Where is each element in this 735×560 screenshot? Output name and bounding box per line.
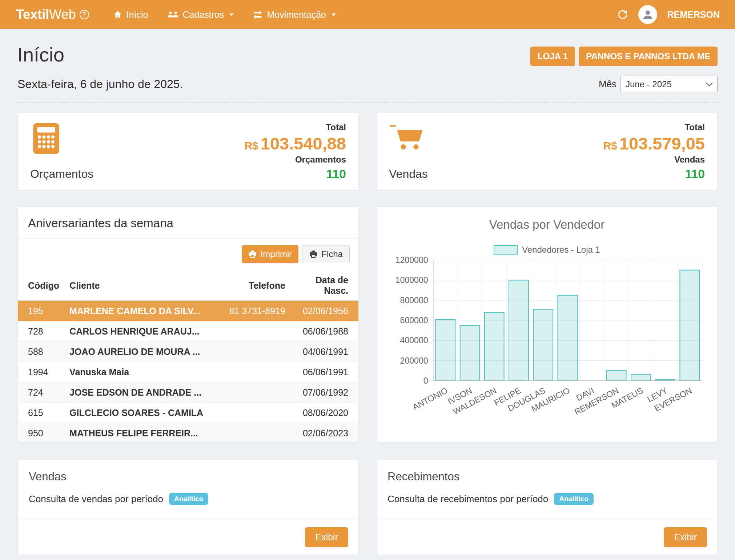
month-select[interactable]: June - 2025 [620, 76, 718, 92]
nav-inicio[interactable]: Início [113, 9, 148, 20]
cell-telefone: 81 3731-8919 [219, 301, 290, 321]
nav-cadastros-label: Cadastros [183, 9, 224, 20]
cell-telefone [219, 383, 290, 403]
cell-codigo: 195 [18, 301, 64, 321]
svg-text:0: 0 [423, 376, 428, 385]
cell-codigo: 724 [18, 383, 64, 403]
cell-cliente: JOSE EDSON DE ANDRADE ... [64, 383, 219, 403]
svg-text:1000000: 1000000 [395, 275, 428, 285]
cell-cliente: CARLOS HENRIQUE ARAUJ... [64, 321, 219, 342]
person-icon [642, 8, 654, 21]
company-button[interactable]: PANNOS E PANNOS LTDA ME [579, 47, 718, 66]
column-header: Data de Nasc. [290, 271, 358, 301]
bar-chart: 020000040000060000080000010000001200000A… [377, 256, 717, 420]
user-avatar[interactable] [638, 5, 657, 24]
table-row[interactable]: 724JOSE EDSON DE ANDRADE ...07/06/1992 [18, 383, 358, 403]
table-row[interactable]: 615GILCLECIO SOARES - CAMILA08/06/2020 [18, 403, 358, 423]
cell-data: 06/06/1991 [290, 362, 358, 383]
cell-cliente: GILCLECIO SOARES - CAMILA [64, 403, 219, 423]
cell-data: 02/06/1956 [290, 301, 358, 321]
svg-text:1200000: 1200000 [395, 256, 428, 265]
cell-telefone [219, 403, 290, 423]
cell-data: 04/06/1991 [290, 342, 358, 362]
svg-text:600000: 600000 [400, 316, 428, 325]
table-row[interactable]: 950MATHEUS FELIPE FERREIR...02/06/2023 [18, 423, 358, 443]
app-logo[interactable]: TextilWeb ? [16, 7, 89, 22]
birthdays-table: Código Cliente Telefone Data de Nasc. 19… [18, 271, 358, 442]
count-label: Orçamentos [244, 155, 346, 165]
status-badge: Analítico [554, 493, 593, 505]
cell-telefone [219, 423, 290, 443]
home-icon [113, 10, 122, 19]
legend-label: Vendedores - Loja 1 [522, 245, 600, 255]
legend-swatch-icon [494, 245, 518, 255]
svg-text:ANTONIO: ANTONIO [411, 386, 449, 412]
user-name[interactable]: REMERSON [667, 9, 720, 20]
printer-icon [309, 250, 318, 259]
table-row[interactable]: 588JOAO AURELIO DE MOURA ...04/06/1991 [18, 342, 358, 362]
cart-icon [389, 123, 424, 152]
table-row[interactable]: 1994Vanuska Maia06/06/1991 [18, 362, 358, 383]
card-label-vendas: Vendas [389, 167, 428, 181]
table-row[interactable]: 195MARLENE CAMELO DA SILV...81 3731-8919… [18, 301, 358, 321]
svg-text:200000: 200000 [400, 356, 428, 365]
total-label: Total [244, 122, 346, 132]
users-icon [167, 11, 179, 19]
main-content: Início LOJA 1 PANNOS E PANNOS LTDA ME Se… [0, 29, 735, 555]
vendas-report-panel: Vendas Consulta de vendas por período An… [17, 460, 359, 555]
calculator-icon [30, 123, 62, 155]
column-header: Código [18, 271, 64, 301]
svg-text:400000: 400000 [400, 336, 428, 345]
total-label: Total [603, 122, 705, 132]
month-label: Mês [599, 79, 616, 90]
panel-title-recebimentos: Recebimentos [387, 470, 706, 483]
exchange-icon [253, 11, 263, 19]
cell-cliente: JOAO AURELIO DE MOURA ... [64, 342, 219, 362]
recebimentos-report-panel: Recebimentos Consulta de recebimentos po… [376, 460, 718, 555]
store-button[interactable]: LOJA 1 [530, 47, 575, 66]
nav-cadastros[interactable]: Cadastros [167, 9, 234, 20]
panel-description: Consulta de recebimentos por período [387, 493, 548, 505]
total-value: R$103.579,05 [603, 135, 705, 152]
birthdays-title: Aniversariantes da semana [18, 207, 358, 239]
help-icon[interactable]: ? [80, 10, 89, 19]
card-label-orcamentos: Orçamentos [30, 167, 93, 181]
column-header: Cliente [64, 271, 219, 301]
cell-data: 07/06/1992 [290, 383, 358, 403]
cell-data: 06/06/1988 [290, 321, 358, 342]
navbar: TextilWeb ? Início Cadastros Movimentaçã… [0, 0, 735, 29]
svg-text:800000: 800000 [400, 296, 428, 305]
column-header: Telefone [219, 271, 290, 301]
cell-codigo: 950 [18, 423, 64, 443]
count-value: 110 [603, 167, 705, 181]
chevron-down-icon [229, 13, 234, 16]
total-value: R$103.540,88 [244, 135, 346, 152]
brand-bold: Textil [16, 7, 49, 22]
refresh-button[interactable] [617, 9, 628, 20]
table-row[interactable]: 728CARLOS HENRIQUE ARAUJ...06/06/1988 [18, 321, 358, 342]
panel-title-vendas: Vendas [29, 470, 348, 483]
birthday-table-body: 195MARLENE CAMELO DA SILV...81 3731-8919… [18, 301, 358, 442]
cell-cliente: MATHEUS FELIPE FERREIR... [64, 423, 219, 443]
cell-cliente: Vanuska Maia [64, 362, 219, 383]
chart-legend[interactable]: Vendedores - Loja 1 [377, 245, 717, 255]
exibir-recebimentos-button[interactable]: Exibir [664, 527, 707, 547]
nav-movimentacao[interactable]: Movimentação [253, 9, 336, 20]
print-button[interactable]: Imprimir [242, 245, 299, 263]
count-value: 110 [244, 167, 346, 181]
cell-telefone [219, 342, 290, 362]
panel-description: Consulta de vendas por período [29, 493, 163, 505]
divider [17, 102, 718, 103]
ficha-button[interactable]: Ficha [302, 245, 350, 263]
vendas-card: Vendas Total R$103.579,05 Vendas 110 [376, 113, 718, 191]
nav-inicio-label: Início [126, 9, 148, 20]
cell-telefone [219, 362, 290, 383]
page-title: Início [17, 43, 64, 66]
exibir-vendas-button[interactable]: Exibir [305, 527, 348, 547]
cell-codigo: 1994 [18, 362, 64, 383]
refresh-icon [617, 9, 628, 20]
count-label: Vendas [603, 155, 705, 165]
chevron-down-icon [332, 13, 336, 16]
cell-codigo: 728 [18, 321, 64, 342]
orcamentos-card: Orçamentos Total R$103.540,88 Orçamentos… [17, 113, 359, 191]
